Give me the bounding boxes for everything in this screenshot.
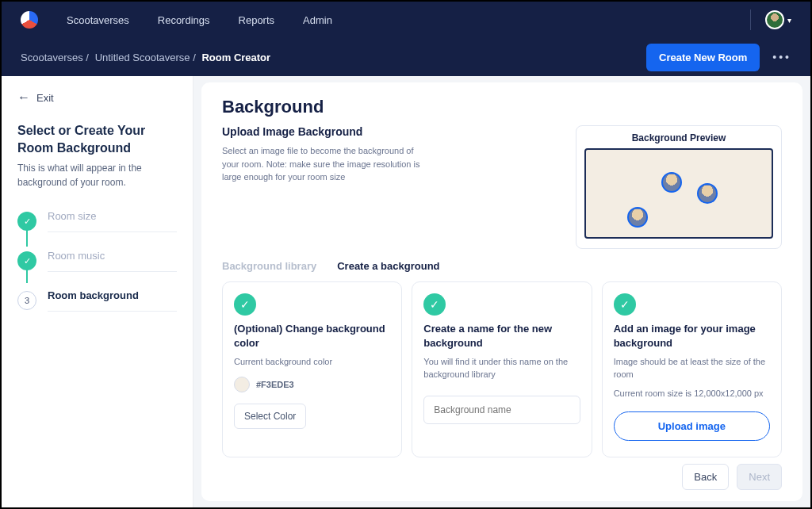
create-new-room-button[interactable]: Create New Room (646, 44, 760, 71)
upload-heading: Upload Image Background (222, 125, 560, 138)
step-room-music[interactable]: ✓ Room music (17, 250, 177, 272)
card-title: Create a name for the new background (423, 322, 580, 350)
card-body: You will find it under this name on the … (423, 356, 580, 381)
step-label: Room music (48, 250, 177, 272)
step-list: ✓ Room size ✓ Room music 3 Room backgrou… (17, 210, 177, 312)
color-swatch (234, 377, 250, 392)
step-label: Room size (48, 210, 177, 232)
nav-item-recordings[interactable]: Recordings (158, 14, 210, 26)
upload-image-button[interactable]: Upload image (614, 411, 770, 441)
avatar-icon (661, 172, 682, 193)
side-panel: ← Exit Select or Create Your Room Backgr… (2, 76, 193, 507)
select-color-button[interactable]: Select Color (234, 404, 306, 429)
main-area: Background Upload Image Background Selec… (193, 76, 810, 507)
crumb-mid[interactable]: Untitled Scootaverse / (95, 52, 196, 63)
tab-create-background[interactable]: Create a background (337, 260, 439, 272)
card-change-color: ✓ (Optional) Change background color Cur… (222, 281, 402, 457)
card-label: Current background color (234, 356, 390, 369)
card-upload-image: ✓ Add an image for your image background… (602, 281, 782, 457)
background-preview (584, 148, 773, 239)
chevron-down-icon: ▾ (787, 16, 791, 25)
nav-item-scootaverses[interactable]: Scootaverses (67, 14, 129, 26)
card-title: Add an image for your image background (614, 322, 770, 350)
upload-body: Select an image file to become the backg… (222, 144, 428, 184)
content: ← Exit Select or Create Your Room Backgr… (2, 76, 810, 507)
card-name-background: ✓ Create a name for the new background Y… (412, 281, 592, 457)
upload-description: Upload Image Background Select an image … (222, 125, 560, 249)
card-title: (Optional) Change background color (234, 322, 390, 350)
user-menu[interactable]: ▾ (765, 10, 791, 29)
more-menu-icon[interactable]: ••• (772, 51, 791, 63)
side-subtitle: This is what will appear in the backgrou… (17, 161, 177, 189)
background-name-input[interactable] (423, 396, 580, 424)
nav-divider (750, 10, 751, 30)
wizard-footer: Back Next (222, 464, 782, 490)
nav-item-reports[interactable]: Reports (239, 14, 275, 26)
avatar-icon (697, 183, 718, 204)
arrow-left-icon: ← (17, 90, 30, 105)
side-title: Select or Create Your Room Background (17, 122, 177, 156)
background-tabs: Background library Create a background (222, 260, 782, 272)
exit-button[interactable]: ← Exit (17, 90, 177, 105)
check-icon: ✓ (234, 293, 256, 316)
check-icon: ✓ (17, 251, 36, 270)
main-card: Background Upload Image Background Selec… (201, 82, 802, 501)
top-nav: Scootaverses Recordings Reports Admin ▾ (2, 2, 810, 38)
background-preview-panel: Background Preview (576, 125, 782, 249)
crumb-current: Room Creator (201, 52, 270, 63)
card-body-line2: Current room size is 12,000x12,000 px (614, 388, 770, 400)
check-icon: ✓ (423, 293, 446, 316)
tab-background-library[interactable]: Background library (222, 260, 316, 272)
step-room-size[interactable]: ✓ Room size (17, 210, 177, 232)
crumb-root[interactable]: Scootaverses / (21, 52, 89, 63)
app-logo-icon (21, 11, 38, 29)
step-room-background[interactable]: 3 Room background (17, 289, 177, 312)
card-body-line1: Image should be at least the size of the… (614, 356, 770, 381)
page-title: Background (222, 97, 782, 117)
avatar-icon (765, 10, 784, 29)
exit-label: Exit (36, 92, 54, 104)
step-label: Room background (48, 289, 177, 312)
nav-item-admin[interactable]: Admin (303, 14, 332, 26)
breadcrumb: Scootaverses / Untitled Scootaverse / Ro… (21, 52, 274, 63)
next-button: Next (737, 464, 782, 490)
avatar-icon (627, 207, 648, 228)
step-number: 3 (17, 291, 36, 310)
check-icon: ✓ (614, 293, 636, 316)
color-hex: #F3EDE3 (256, 380, 294, 389)
preview-label: Background Preview (584, 132, 773, 144)
check-icon: ✓ (17, 212, 36, 231)
sub-bar: Scootaverses / Untitled Scootaverse / Ro… (2, 38, 810, 76)
back-button[interactable]: Back (682, 464, 729, 490)
